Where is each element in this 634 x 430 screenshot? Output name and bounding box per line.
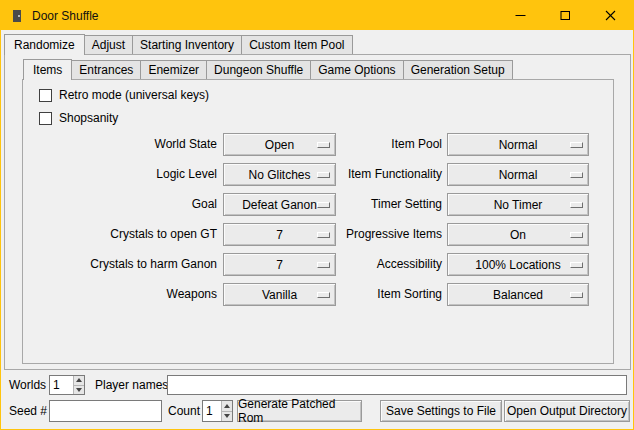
subtab-items[interactable]: Items	[23, 59, 72, 80]
maximize-icon	[560, 10, 571, 21]
retro-mode-checkbox[interactable]	[39, 89, 52, 102]
dropdown-indicator-icon	[570, 292, 583, 298]
player-names-label: Player names	[95, 375, 168, 395]
world-state-select[interactable]: Open	[223, 133, 336, 156]
world-state-value: Open	[265, 138, 294, 152]
accessibility-label: Accessibility	[321, 253, 442, 276]
logic-level-value: No Glitches	[248, 168, 310, 182]
tab-adjust[interactable]: Adjust	[84, 35, 133, 54]
save-settings-button[interactable]: Save Settings to File	[380, 400, 502, 422]
item-functionality-value: Normal	[499, 168, 538, 182]
accessibility-value: 100% Locations	[475, 258, 560, 272]
logic-level-select[interactable]: No Glitches	[223, 163, 336, 186]
progressive-items-label: Progressive Items	[321, 223, 442, 246]
subtab-enemizer[interactable]: Enemizer	[140, 60, 207, 79]
generate-patched-rom-button[interactable]: Generate Patched Rom	[237, 400, 362, 422]
seed-input[interactable]	[49, 400, 162, 422]
app-icon	[9, 8, 25, 24]
window-title: Door Shuffle	[32, 9, 99, 23]
progressive-items-select[interactable]: On	[447, 223, 589, 246]
item-pool-value: Normal	[499, 138, 538, 152]
dropdown-indicator-icon	[570, 232, 583, 238]
tab-starting-inventory[interactable]: Starting Inventory	[132, 35, 242, 54]
close-icon	[605, 10, 616, 21]
weapons-value: Vanilla	[262, 288, 297, 302]
item-sorting-value: Balanced	[493, 288, 543, 302]
count-value: 1	[206, 401, 213, 421]
timer-setting-select[interactable]: No Timer	[447, 193, 589, 216]
minimize-button[interactable]	[498, 1, 543, 30]
item-pool-label: Item Pool	[321, 133, 442, 156]
spin-up-icon[interactable]	[73, 376, 84, 386]
spin-up-icon[interactable]	[221, 401, 232, 412]
window-controls	[498, 1, 633, 30]
player-names-input[interactable]	[167, 375, 627, 395]
crystals-harm-ganon-label: Crystals to harm Ganon	[21, 253, 217, 276]
shopsanity-label: Shopsanity	[59, 111, 118, 125]
shopsanity-checkbox[interactable]	[39, 112, 52, 125]
dropdown-indicator-icon	[570, 262, 583, 268]
worlds-value: 1	[53, 376, 60, 394]
spin-down-icon[interactable]	[221, 412, 232, 422]
accessibility-select[interactable]: 100% Locations	[447, 253, 589, 276]
retro-mode-row: Retro mode (universal keys)	[39, 87, 209, 103]
item-functionality-label: Item Functionality	[321, 163, 442, 186]
item-sorting-label: Item Sorting	[321, 283, 442, 306]
crystals-harm-ganon-value: 7	[276, 258, 283, 272]
item-functionality-select[interactable]: Normal	[447, 163, 589, 186]
close-button[interactable]	[588, 1, 633, 30]
item-pool-select[interactable]: Normal	[447, 133, 589, 156]
crystals-open-gt-label: Crystals to open GT	[21, 223, 217, 246]
door-shuffle-window: Door Shuffle Randomize Adjust Starting I…	[0, 0, 634, 430]
timer-setting-value: No Timer	[494, 198, 543, 212]
goal-value: Defeat Ganon	[242, 198, 317, 212]
dropdown-indicator-icon	[570, 142, 583, 148]
timer-setting-label: Timer Setting	[321, 193, 442, 216]
worlds-spinbox[interactable]: 1	[49, 375, 85, 395]
subtab-generation-setup[interactable]: Generation Setup	[403, 60, 513, 79]
weapons-label: Weapons	[21, 283, 217, 306]
maximize-button[interactable]	[543, 1, 588, 30]
sub-tab-bar: Items Entrances Enemizer Dungeon Shuffle…	[23, 58, 513, 79]
spin-arrows	[73, 376, 84, 394]
retro-mode-label: Retro mode (universal keys)	[59, 88, 209, 102]
open-output-directory-button[interactable]: Open Output Directory	[504, 400, 630, 422]
tab-randomize[interactable]: Randomize	[4, 34, 85, 55]
subtab-dungeon-shuffle[interactable]: Dungeon Shuffle	[206, 60, 311, 79]
tab-custom-item-pool[interactable]: Custom Item Pool	[241, 35, 352, 54]
crystals-open-gt-select[interactable]: 7	[223, 223, 336, 246]
worlds-label: Worlds	[9, 375, 46, 395]
weapons-select[interactable]: Vanilla	[223, 283, 336, 306]
count-label: Count	[168, 400, 200, 422]
spin-arrows	[221, 401, 232, 421]
count-spinbox[interactable]: 1	[202, 400, 233, 422]
main-tab-bar: Randomize Adjust Starting Inventory Cust…	[4, 33, 353, 54]
spin-down-icon[interactable]	[73, 386, 84, 395]
subtab-game-options[interactable]: Game Options	[310, 60, 403, 79]
world-state-label: World State	[21, 133, 217, 156]
dropdown-indicator-icon	[570, 202, 583, 208]
progressive-items-value: On	[510, 228, 526, 242]
crystals-open-gt-value: 7	[276, 228, 283, 242]
goal-label: Goal	[21, 193, 217, 216]
logic-level-label: Logic Level	[21, 163, 217, 186]
subtab-entrances[interactable]: Entrances	[71, 60, 141, 79]
seed-label: Seed #	[9, 400, 47, 422]
goal-select[interactable]: Defeat Ganon	[223, 193, 336, 216]
item-sorting-select[interactable]: Balanced	[447, 283, 589, 306]
minimize-icon	[515, 10, 526, 21]
crystals-harm-ganon-select[interactable]: 7	[223, 253, 336, 276]
titlebar: Door Shuffle	[1, 1, 633, 30]
shopsanity-row: Shopsanity	[39, 110, 118, 126]
dropdown-indicator-icon	[570, 172, 583, 178]
